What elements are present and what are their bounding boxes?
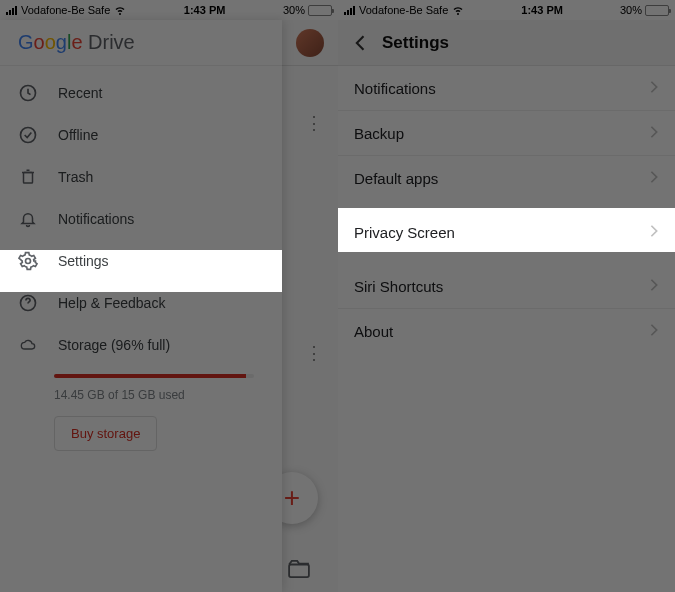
row-label: Privacy Screen (354, 224, 455, 241)
chevron-right-icon (649, 224, 659, 241)
gear-icon (18, 251, 38, 271)
sidebar-item-label: Settings (58, 253, 109, 269)
screenshot-left: Vodafone-Be Safe 1:43 PM 30% Google Driv… (0, 0, 338, 592)
svg-point-4 (26, 259, 31, 264)
row-privacy-screen[interactable]: Privacy Screen (338, 210, 675, 254)
screenshot-right: Vodafone-Be Safe 1:43 PM 30% Settings No… (338, 0, 675, 592)
